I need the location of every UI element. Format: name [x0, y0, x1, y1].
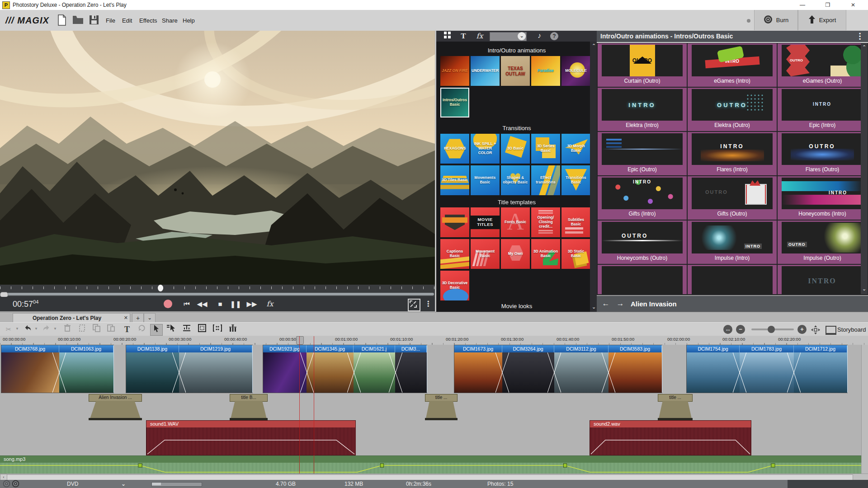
photo-clip[interactable]: DCIM3768.jpg: [1, 345, 60, 393]
transition-mark[interactable]: [787, 352, 801, 393]
browser-menu-icon[interactable]: •••: [859, 33, 861, 41]
browser-item[interactable]: INTRO eGames (Intro): [688, 43, 777, 87]
scroll-down-icon[interactable]: ⌄: [590, 304, 597, 311]
audio-levels-icon[interactable]: [227, 324, 239, 335]
help-icon[interactable]: ?: [550, 32, 558, 40]
browser-item[interactable]: [688, 265, 777, 294]
storyboard-monitor-icon[interactable]: [826, 326, 836, 335]
menu-share[interactable]: Share: [159, 16, 180, 25]
browser-item[interactable]: INTRO Flares (Intro): [688, 132, 777, 175]
photo-clip[interactable]: DCIM1063.jpg: [59, 345, 114, 393]
export-button[interactable]: Export: [798, 10, 846, 30]
browser-item[interactable]: INTRO Impulse (Intro): [688, 221, 777, 264]
photo-clip[interactable]: DCIM1754.jpg: [687, 345, 740, 393]
photo-clip[interactable]: DCIM1712.jpg: [794, 345, 848, 393]
transition-shapes-objects-basic[interactable]: Shapes & objects Basic: [501, 165, 530, 195]
transition-ink-spill[interactable]: INK SPILL + WATER COLOR: [471, 134, 500, 164]
transition-3d-series-basic[interactable]: 3D Series Basic: [531, 134, 560, 164]
sound-clip[interactable]: sound1.WAV: [146, 420, 356, 455]
stop-button[interactable]: ■: [213, 299, 227, 310]
target-medium[interactable]: DVD: [67, 481, 78, 487]
transition-mark[interactable]: [547, 352, 561, 393]
rotate-icon[interactable]: [136, 324, 147, 335]
template-jazz-on-fire[interactable]: JAZZ ON FIRE: [440, 56, 469, 86]
browser-item[interactable]: OUTRO Elektra (Outro): [688, 88, 777, 131]
photo-clip[interactable]: DCIM1783.jpg: [740, 345, 794, 393]
menu-help[interactable]: Help: [180, 16, 198, 25]
preview-tick-ruler[interactable]: [0, 285, 435, 291]
redo-icon[interactable]: [41, 324, 52, 335]
title-object[interactable]: title ...: [425, 394, 458, 420]
browser-scrollbar[interactable]: [861, 43, 868, 294]
fx-tool-icon[interactable]: fx: [474, 32, 485, 41]
browser-item[interactable]: INTRO Gifts (Intro): [598, 176, 687, 220]
template-underwater[interactable]: UNDERWATER: [471, 56, 500, 86]
browser-item[interactable]: INTRO Epic (Intro): [778, 88, 867, 131]
transition-mark[interactable]: [347, 352, 361, 393]
template-intros-outros-basic-selected[interactable]: Intros/Outros Basic: [440, 88, 469, 117]
new-project-icon[interactable]: [57, 14, 68, 26]
browser-item[interactable]: OUTRO Gifts (Outro): [688, 176, 777, 220]
chevron-down-icon[interactable]: ⌄: [518, 32, 526, 40]
title-movie-titles[interactable]: MOVIE TITLES: [471, 207, 500, 237]
transition-mark[interactable]: [172, 352, 186, 393]
title-3d-animation-basic[interactable]: 3D Animation Basic: [531, 239, 560, 269]
zoom-slider-handle[interactable]: [768, 326, 775, 333]
template-paradise[interactable]: Paradise: [531, 56, 560, 86]
browser-scroll-down-icon[interactable]: ⌄: [861, 286, 867, 292]
rewind-button[interactable]: ◀◀: [195, 299, 209, 310]
title-object[interactable]: title B...: [230, 394, 268, 420]
forward-arrow-icon[interactable]: →: [615, 299, 626, 309]
preview-fx-button[interactable]: fx: [263, 299, 277, 310]
record-button[interactable]: [164, 300, 172, 308]
copy-icon[interactable]: [90, 324, 102, 335]
restore-button[interactable]: ❐: [817, 0, 838, 10]
sound-clip[interactable]: sound2.wav: [590, 420, 751, 455]
browser-item[interactable]: [598, 265, 687, 294]
undo-chevron-icon[interactable]: ▼: [34, 327, 39, 331]
title-3d-decorative-basic[interactable]: 3D Decorative Basic: [440, 271, 469, 300]
fast-forward-button[interactable]: ▶▶: [245, 299, 259, 310]
transition-hexagons[interactable]: HEXAGONS: [440, 134, 469, 164]
title-movement-basic[interactable]: Movement Basic: [471, 239, 500, 269]
transition-effect-transitions[interactable]: Effect transitions: [531, 165, 560, 195]
music-track[interactable]: song.mp3: [0, 455, 868, 474]
transition-movements-basic[interactable]: Movements Basic: [471, 165, 500, 195]
mouse-mode-icon[interactable]: [150, 324, 163, 336]
fullscreen-icon[interactable]: [408, 299, 420, 311]
title-movie-collection[interactable]: [440, 207, 469, 237]
scroll-up-icon[interactable]: ⌃: [590, 42, 597, 50]
preview-seek-track[interactable]: [1, 293, 434, 296]
video-preview[interactable]: [0, 31, 435, 285]
transition-transitions-basic[interactable]: Transitions Basic: [561, 165, 590, 195]
template-molecule[interactable]: MOLECULE: [561, 56, 590, 86]
snap-points-icon[interactable]: [212, 324, 223, 335]
browser-scroll-up-icon[interactable]: ⌃: [861, 44, 867, 50]
zoom-fit-icon[interactable]: ↔: [723, 325, 732, 334]
title-subtitles-basic[interactable]: Subtitles Basic: [561, 207, 590, 237]
title-object[interactable]: Alien Invasion ...: [89, 394, 142, 420]
project-tab[interactable]: Operation Zero - Let's Play ✕: [13, 313, 130, 323]
tab-close-icon[interactable]: ✕: [124, 315, 128, 321]
delete-icon[interactable]: [61, 324, 73, 335]
title-3d-static-basic[interactable]: 3D Static Basic: [561, 239, 590, 269]
browser-item[interactable]: OUTRO Honeycombs (Outro): [598, 221, 687, 264]
timeline-vertical-scrollbar[interactable]: [861, 345, 868, 474]
title-my-own[interactable]: My Own: [501, 239, 530, 269]
transition-mark[interactable]: [300, 352, 314, 393]
photo-clip[interactable]: DCIM3583.jpg: [609, 345, 662, 393]
title-editor-icon[interactable]: T: [121, 324, 133, 335]
trim-icon[interactable]: [181, 324, 193, 335]
transition-3d-basic[interactable]: 3D Basic: [501, 134, 530, 164]
transition-3d-tiles-basic[interactable]: 3D Tiles Basic: [440, 165, 469, 195]
title-object[interactable]: title ...: [658, 394, 693, 420]
object-grid-icon[interactable]: [196, 324, 208, 335]
transition-3d-morph-basic[interactable]: 3D Morph Basic: [561, 134, 590, 164]
undo-icon[interactable]: [22, 324, 33, 335]
browser-item[interactable]: INTRO Honeycombs (Intro): [778, 176, 867, 220]
text-tool-icon[interactable]: T: [458, 32, 469, 41]
browser-item[interactable]: OUTRO eGames (Outro): [778, 43, 867, 87]
minimize-button[interactable]: —: [792, 0, 813, 10]
zoom-out-icon[interactable]: −: [736, 325, 745, 334]
burn-button[interactable]: Burn: [754, 10, 798, 30]
